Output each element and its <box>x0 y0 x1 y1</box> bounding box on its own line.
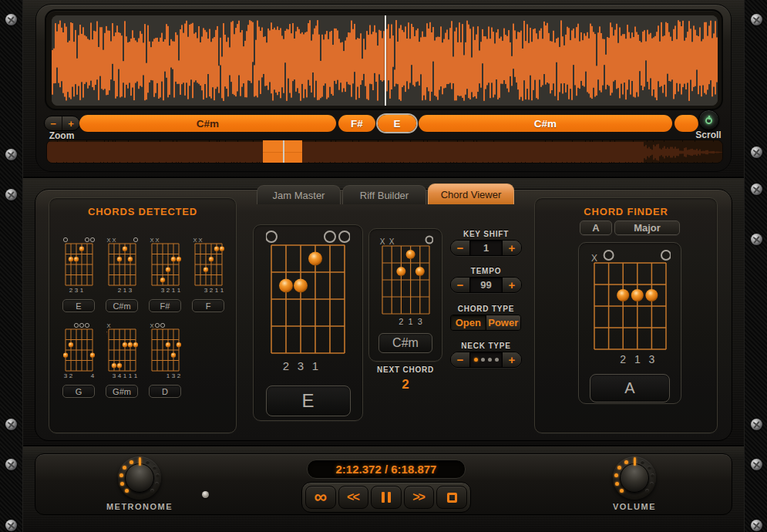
chord-label-button[interactable]: E <box>266 386 351 416</box>
chord-diagram-f: XX3211F <box>192 236 224 312</box>
chord-type-label: CHORD TYPE <box>450 305 522 313</box>
time-display: 2:12.372 / 6:18.877 <box>307 460 466 479</box>
metronome-knob-cap <box>125 463 154 493</box>
metronome-knob[interactable] <box>118 456 161 500</box>
tab-riff-builder[interactable]: Riff Builder <box>342 185 426 204</box>
svg-text:3: 3 <box>74 287 78 294</box>
zoom-in-button[interactable]: + <box>62 116 79 130</box>
svg-text:X: X <box>389 237 394 246</box>
chord-label-button[interactable]: A <box>590 374 670 402</box>
scroll-knob[interactable] <box>698 109 719 130</box>
metronome-label: METRONOME <box>82 502 197 511</box>
key-shift-value: 1 <box>469 241 503 255</box>
chord-diagram-d: X132D <box>149 322 181 398</box>
chord-label-button[interactable]: F# <box>149 299 181 312</box>
stop-button[interactable] <box>436 486 467 509</box>
knob-tick-dot <box>130 460 133 464</box>
power-icon <box>705 117 712 124</box>
chord-diagram-fsharp: XX3211F# <box>149 236 181 312</box>
timeline-chord-segment[interactable]: C#m <box>419 115 672 132</box>
key-shift-plus-button[interactable]: + <box>503 241 521 255</box>
next-chord-count: 2 <box>368 377 442 392</box>
forward-button[interactable]: >> <box>404 486 435 509</box>
chord-label-button[interactable]: G#m <box>106 385 138 398</box>
chord-label-button[interactable]: C#m <box>378 333 432 353</box>
playhead[interactable] <box>385 15 386 106</box>
neck-position-dot <box>474 358 478 362</box>
knob-tick-dot <box>125 489 129 493</box>
svg-text:2: 2 <box>117 287 121 294</box>
knob-tick-dot <box>651 473 654 477</box>
screw <box>751 184 762 195</box>
chord-label-button[interactable]: F <box>192 299 224 312</box>
loop-button[interactable]: ∞ <box>305 486 336 509</box>
scroll-label: Scroll <box>685 130 732 140</box>
screw <box>5 520 17 531</box>
chord-grid: 231 <box>63 236 95 298</box>
timeline-chord-segment[interactable]: E <box>378 115 416 132</box>
tab-jam-master[interactable]: Jam Master <box>257 185 341 204</box>
waveform-area[interactable] <box>52 15 718 106</box>
screw <box>751 520 762 531</box>
svg-text:X: X <box>590 253 597 264</box>
svg-text:3: 3 <box>171 372 175 379</box>
chord-label-button[interactable]: C#m <box>106 299 138 312</box>
neck-type-plus-button[interactable]: + <box>503 352 521 367</box>
svg-text:2: 2 <box>166 287 170 294</box>
neck-type-minus-button[interactable]: − <box>451 352 469 367</box>
svg-text:1: 1 <box>312 359 318 372</box>
chord-grid: X213 <box>590 247 671 369</box>
loop-icon: ∞ <box>315 489 327 507</box>
neck-position-dot <box>495 358 499 362</box>
chord-diagram-g: 324G <box>62 322 95 398</box>
current-chord-panel: 231E <box>253 224 363 421</box>
svg-text:X: X <box>150 322 153 329</box>
waveform-display <box>45 9 723 110</box>
key-shift-minus-button[interactable]: − <box>451 241 469 255</box>
svg-text:1: 1 <box>123 287 126 294</box>
knob-tick-dot <box>648 466 651 470</box>
tempo-value: 99 <box>469 278 503 292</box>
chord-label-button[interactable]: E <box>62 299 95 312</box>
chord-label-button[interactable]: G <box>62 385 95 398</box>
chord-type-open-button[interactable]: Open <box>451 315 486 330</box>
tempo-minus-button[interactable]: − <box>451 278 469 292</box>
chord-finder-title: CHORD FINDER <box>535 206 717 217</box>
svg-text:1: 1 <box>177 287 180 294</box>
knob-tick-dot <box>156 473 160 477</box>
timeline-chord-segment[interactable]: F# <box>338 115 375 132</box>
knob-tick-dot <box>123 466 126 470</box>
chords-detected-panel: CHORDS DETECTED 231EXX213C#mXX3211F#XX32… <box>49 197 237 433</box>
knob-tick-dot <box>650 482 654 486</box>
pause-button[interactable] <box>371 486 402 509</box>
knob-tick-dot <box>620 489 624 493</box>
volume-label: VOLUME <box>577 502 692 511</box>
volume-knob[interactable] <box>613 456 656 500</box>
chord-type-power-button[interactable]: Power <box>486 315 521 330</box>
chord-quality-select[interactable]: Major <box>614 221 680 235</box>
svg-text:2: 2 <box>69 372 72 379</box>
svg-text:X: X <box>193 237 197 244</box>
knob-tick-dot <box>615 482 619 486</box>
svg-text:X: X <box>155 237 159 244</box>
zoom-control: − + <box>44 116 80 131</box>
chord-diagram-e: 231E <box>62 236 95 312</box>
neck-type-label: NECK TYPE <box>450 342 522 350</box>
svg-text:1: 1 <box>123 372 126 379</box>
svg-text:3: 3 <box>417 317 422 326</box>
chord-root-select[interactable]: A <box>580 221 612 235</box>
next-chord-heading: NEXT CHORD <box>368 365 442 374</box>
tab-chord-viewer[interactable]: Chord Viewer <box>428 184 514 204</box>
song-overview[interactable] <box>46 140 723 163</box>
rewind-button[interactable]: << <box>338 486 369 509</box>
overview-playhead <box>283 140 284 163</box>
chords-detected-title: CHORDS DETECTED <box>49 206 236 217</box>
zoom-out-button[interactable]: − <box>45 116 62 130</box>
chord-diagram-gsharpm: X3fr34111G#m <box>106 322 138 398</box>
pause-icon <box>382 492 391 503</box>
tempo-plus-button[interactable]: + <box>503 278 521 292</box>
chord-label-button[interactable]: D <box>149 385 181 398</box>
rack-rail-left <box>0 0 23 532</box>
rewind-icon: << <box>347 490 360 504</box>
timeline-chord-segment[interactable]: C#m <box>79 115 336 132</box>
